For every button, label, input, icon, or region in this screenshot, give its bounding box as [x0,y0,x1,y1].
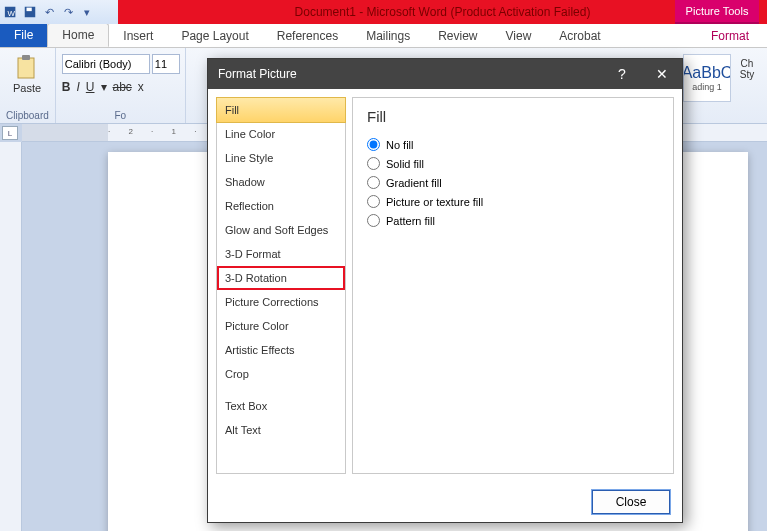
bold-button[interactable]: B [62,80,71,94]
option-no-fill[interactable]: No fill [367,135,659,154]
category-3d-format[interactable]: 3-D Format [217,242,345,266]
dialog-footer: Close [208,482,682,522]
svg-rect-4 [18,58,34,78]
option-pattern-fill[interactable]: Pattern fill [367,211,659,230]
tab-mailings[interactable]: Mailings [352,25,424,47]
title-bar: W ↶ ↷ ▾ Document1 - Microsoft Word (Prod… [0,0,767,24]
close-button[interactable]: Close [592,490,670,514]
qat-dropdown-icon[interactable]: ▾ [78,3,96,21]
category-reflection[interactable]: Reflection [217,194,345,218]
category-fill[interactable]: Fill [216,97,346,123]
category-list: Fill Line Color Line Style Shadow Reflec… [216,97,346,474]
paste-label: Paste [13,82,41,94]
word-app-icon[interactable]: W [2,3,20,21]
ribbon-tabs: File Home Insert Page Layout References … [0,24,767,48]
activation-failed-bar: Document1 - Microsoft Word (Product Acti… [118,0,767,24]
category-glow[interactable]: Glow and Soft Edges [217,218,345,242]
strikethrough-button[interactable]: abc [113,80,132,94]
tab-format[interactable]: Format [693,25,767,47]
category-picture-corrections[interactable]: Picture Corrections [217,290,345,314]
category-artistic-effects[interactable]: Artistic Effects [217,338,345,362]
tab-acrobat[interactable]: Acrobat [545,25,614,47]
font-group-label: Fo [62,110,179,123]
tab-view[interactable]: View [492,25,546,47]
change-label-1: Ch [741,58,754,69]
svg-rect-5 [22,55,30,60]
paste-icon [14,54,40,82]
subscript-button[interactable]: x [138,80,144,94]
pane-title: Fill [367,108,659,125]
category-3d-rotation[interactable]: 3-D Rotation [217,266,345,290]
category-shadow[interactable]: Shadow [217,170,345,194]
ruler-corner[interactable]: L [2,126,18,140]
font-name-select[interactable] [62,54,150,74]
options-pane: Fill No fill Solid fill Gradient fill Pi… [352,97,674,474]
tab-insert[interactable]: Insert [109,25,167,47]
option-picture-texture-fill[interactable]: Picture or texture fill [367,192,659,211]
dialog-titlebar[interactable]: Format Picture ? ✕ [208,59,682,89]
tab-file[interactable]: File [0,23,47,47]
document-title: Document1 - Microsoft Word (Product Acti… [295,5,591,19]
tab-references[interactable]: References [263,25,352,47]
help-icon[interactable]: ? [602,59,642,89]
category-line-color[interactable]: Line Color [217,122,345,146]
change-styles-button[interactable]: Ch Sty [733,54,761,102]
vertical-ruler[interactable] [0,142,22,531]
style-label: ading 1 [692,82,722,92]
category-line-style[interactable]: Line Style [217,146,345,170]
style-heading1[interactable]: AaBbC ading 1 [683,54,731,102]
change-label-2: Sty [740,69,754,80]
category-alt-text[interactable]: Alt Text [217,418,345,442]
redo-icon[interactable]: ↷ [59,3,77,21]
category-crop[interactable]: Crop [217,362,345,386]
undo-icon[interactable]: ↶ [40,3,58,21]
italic-button[interactable]: I [76,80,79,94]
picture-tools-contextual-tab[interactable]: Picture Tools [675,0,759,24]
group-font: B I U ▾ abc x Fo [56,48,186,123]
radio-picture-texture-fill[interactable] [367,195,380,208]
group-styles: AaBbC ading 1 Ch Sty [677,48,767,123]
quick-access-toolbar: W ↶ ↷ ▾ [0,3,96,21]
format-picture-dialog: Format Picture ? ✕ Fill Line Color Line … [207,58,683,523]
tab-home[interactable]: Home [47,23,109,47]
radio-no-fill[interactable] [367,138,380,151]
category-picture-color[interactable]: Picture Color [217,314,345,338]
category-text-box[interactable]: Text Box [217,394,345,418]
font-size-select[interactable] [152,54,180,74]
radio-gradient-fill[interactable] [367,176,380,189]
svg-text:W: W [8,9,16,18]
option-solid-fill[interactable]: Solid fill [367,154,659,173]
radio-solid-fill[interactable] [367,157,380,170]
tab-review[interactable]: Review [424,25,491,47]
paste-button[interactable]: Paste [6,50,48,94]
underline-dropdown-icon[interactable]: ▾ [101,80,107,94]
clipboard-group-label: Clipboard [6,110,49,123]
group-clipboard: Paste Clipboard [0,48,56,123]
close-icon[interactable]: ✕ [642,59,682,89]
tab-page-layout[interactable]: Page Layout [167,25,262,47]
dialog-body: Fill Line Color Line Style Shadow Reflec… [208,89,682,482]
save-icon[interactable] [21,3,39,21]
dialog-title-text: Format Picture [218,67,297,81]
underline-button[interactable]: U [86,80,95,94]
style-preview-text: AaBbC [683,64,731,82]
svg-rect-3 [27,8,32,12]
option-gradient-fill[interactable]: Gradient fill [367,173,659,192]
radio-pattern-fill[interactable] [367,214,380,227]
